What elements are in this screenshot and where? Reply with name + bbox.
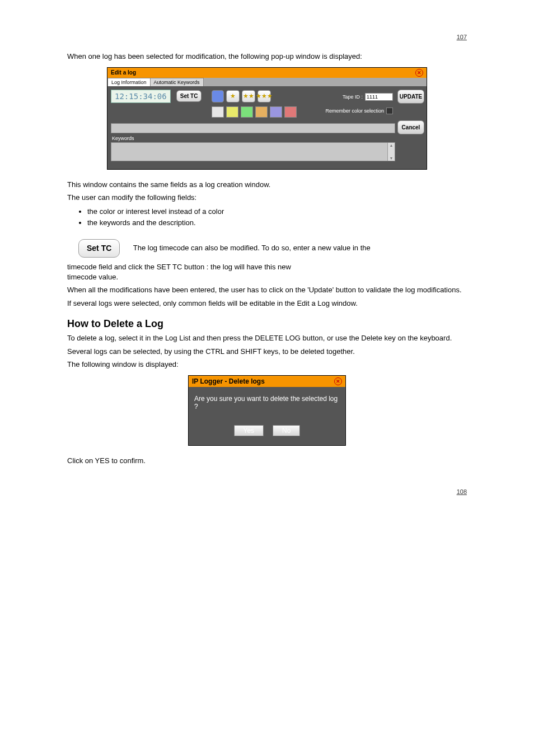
color-swatch[interactable]	[255, 106, 268, 118]
body-text: The following window is displayed:	[67, 360, 467, 370]
interest-1-star-icon[interactable]: ★	[226, 90, 240, 102]
body-text: Click on YES to confirm.	[67, 456, 467, 466]
tape-id-input[interactable]	[365, 93, 393, 101]
window-title: Edit a log	[111, 69, 136, 76]
body-text: If several logs were selected, only comm…	[67, 298, 467, 309]
interest-3-star-icon[interactable]: ★★★	[257, 90, 271, 102]
set-tc-button[interactable]: Set TC	[176, 90, 202, 102]
page-number-top: 107	[67, 34, 467, 40]
tape-id-row: Tape ID :	[343, 93, 393, 101]
remember-checkbox[interactable]	[386, 108, 393, 114]
scroll-up-icon[interactable]: ▴	[390, 143, 392, 148]
body-text: To delete a log, select it in the Log Li…	[67, 333, 467, 343]
body-text: Several logs can be selected, by using t…	[67, 347, 467, 357]
keywords-textarea[interactable]: ▴▾	[111, 142, 395, 161]
color-swatch[interactable]	[212, 106, 224, 118]
yes-button[interactable]: Yes	[234, 425, 264, 436]
body-text: When all the modifications have been ent…	[67, 285, 467, 295]
list-item: the color or interest level instead of a…	[87, 206, 467, 218]
tab-log-information[interactable]: Log Information	[107, 78, 151, 86]
body-text: : the log will have this new	[207, 263, 291, 271]
intro-text: When one log has been selected for modif…	[67, 52, 467, 62]
settc-paragraph: Set TC The log timecode can also be modi…	[67, 235, 467, 282]
cancel-button[interactable]: Cancel	[397, 120, 424, 134]
body-text: This window contains the same fields as …	[67, 180, 467, 190]
color-swatch-row	[212, 106, 297, 118]
interest-2-star-icon[interactable]: ★★	[242, 90, 255, 102]
delete-dialog: IP Logger - Delete logs ✕ Are you sure y…	[188, 375, 346, 446]
keywords-label: Keywords	[112, 136, 134, 141]
window-body: 12:15:34:06 Set TC ★ ★★ ★★★ Tape ID :	[107, 86, 427, 169]
tab-automatic-keywords[interactable]: Automatic Keywords	[150, 78, 204, 86]
close-icon[interactable]: ✕	[334, 377, 342, 385]
timecode-field[interactable]: 12:15:34:06	[111, 90, 171, 103]
color-swatch-blue[interactable]	[212, 90, 224, 102]
remember-row: Remember color selection	[325, 108, 393, 114]
body-text: The log timecode can also be modified. T…	[133, 244, 371, 252]
body-text: timecode field and click the SET TC butt…	[67, 263, 204, 271]
page-number-bottom: 108	[67, 488, 467, 495]
color-swatch[interactable]	[270, 106, 282, 118]
edit-log-window: Edit a log ✕ Log Information Automatic K…	[107, 67, 427, 170]
scrollbar[interactable]: ▴▾	[387, 143, 395, 161]
heading-delete: How to Delete a Log	[67, 318, 467, 330]
window-titlebar: Edit a log ✕	[107, 68, 427, 78]
set-tc-button-sample: Set TC	[78, 239, 120, 258]
bullet-list: the color or interest level instead of a…	[87, 206, 467, 230]
update-button[interactable]: UPDATE	[397, 90, 424, 104]
dialog-message: Are you sure you want to delete the sele…	[194, 395, 340, 410]
color-swatch[interactable]	[284, 106, 297, 118]
description-input[interactable]	[111, 123, 395, 133]
scroll-down-icon[interactable]: ▾	[390, 156, 392, 161]
color-swatch[interactable]	[226, 106, 238, 118]
remember-label: Remember color selection	[325, 108, 384, 114]
list-item: the keywords and the description.	[87, 217, 467, 229]
dialog-titlebar: IP Logger - Delete logs ✕	[189, 376, 345, 387]
color-swatch[interactable]	[241, 106, 253, 118]
close-icon[interactable]: ✕	[415, 69, 423, 77]
no-button[interactable]: No	[273, 425, 300, 436]
tape-id-label: Tape ID :	[343, 94, 363, 100]
dialog-title: IP Logger - Delete logs	[192, 377, 265, 385]
body-text: timecode value.	[67, 273, 118, 281]
tabs: Log Information Automatic Keywords	[107, 78, 427, 86]
body-text: The user can modify the following fields…	[67, 193, 467, 203]
